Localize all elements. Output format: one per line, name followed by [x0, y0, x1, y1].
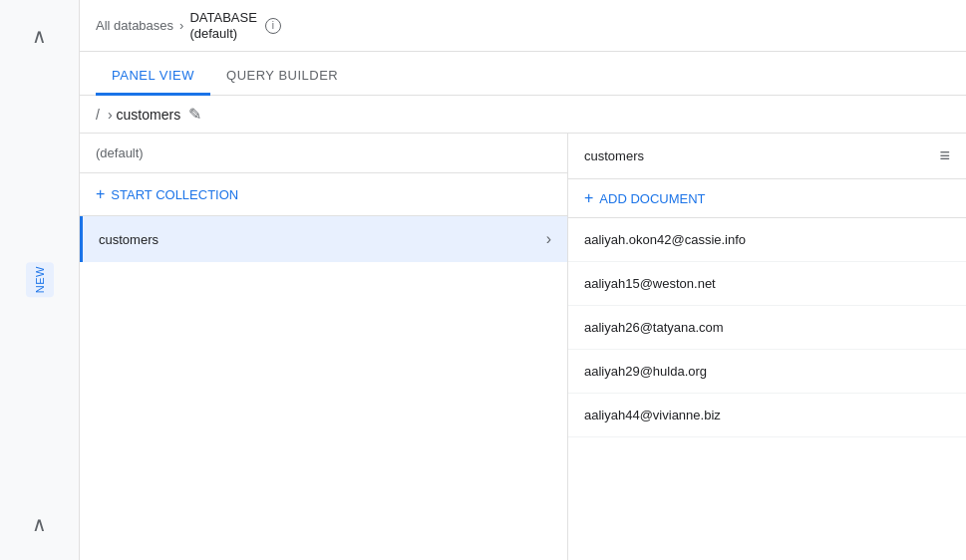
chevron-down-icon: ∧: [32, 512, 47, 536]
edit-icon[interactable]: ✎: [188, 105, 201, 124]
breadcrumb-all-databases[interactable]: All databases: [96, 18, 173, 33]
plus-icon: +: [96, 185, 105, 203]
breadcrumb-arrow: ›: [179, 18, 183, 33]
top-bar: All databases › DATABASE(default) i: [80, 0, 966, 52]
tabs-bar: PANEL VIEW QUERY BUILDER: [80, 52, 966, 96]
path-collection[interactable]: customers: [117, 107, 181, 123]
collection-item-customers[interactable]: customers ›: [80, 216, 567, 262]
tab-panel-view[interactable]: PANEL VIEW: [96, 58, 210, 96]
tab-query-builder[interactable]: QUERY BUILDER: [210, 58, 354, 96]
add-document-plus-icon: +: [584, 189, 593, 207]
list-item[interactable]: aaliyah26@tatyana.com: [568, 306, 966, 350]
left-panel: (default) + START COLLECTION customers ›: [80, 134, 568, 560]
breadcrumb-database: DATABASE(default) i: [189, 10, 280, 41]
add-document-label: ADD DOCUMENT: [599, 191, 705, 206]
start-collection-label: START COLLECTION: [111, 187, 238, 202]
collection-chevron-right-icon: ›: [546, 230, 551, 248]
start-collection-button[interactable]: + START COLLECTION: [80, 173, 567, 216]
list-item[interactable]: aaliyah29@hulda.org: [568, 350, 966, 394]
sidebar: ∧ NEW ∧: [0, 0, 80, 560]
list-item[interactable]: aaliyah44@vivianne.biz: [568, 394, 966, 437]
filter-icon[interactable]: ≡: [939, 145, 950, 166]
info-icon[interactable]: i: [265, 18, 281, 34]
right-panel-title: customers: [584, 148, 644, 163]
path-bar: / › customers ✎: [80, 96, 966, 134]
database-label: DATABASE(default): [189, 10, 256, 41]
path-slash: /: [96, 107, 100, 123]
path-chevron: ›: [108, 107, 113, 123]
panel-header: (default): [80, 134, 567, 173]
add-document-button[interactable]: + ADD DOCUMENT: [568, 179, 966, 218]
list-item[interactable]: aaliyah.okon42@cassie.info: [568, 218, 966, 262]
collapse-top-button[interactable]: ∧: [20, 16, 60, 56]
list-item[interactable]: aaliyah15@weston.net: [568, 262, 966, 306]
main-content: (default) + START COLLECTION customers ›…: [80, 134, 966, 560]
right-panel: customers ≡ + ADD DOCUMENT aaliyah.okon4…: [568, 134, 966, 560]
right-panel-header: customers ≡: [568, 134, 966, 179]
collapse-bottom-button[interactable]: ∧: [20, 504, 60, 544]
document-list: aaliyah.okon42@cassie.infoaaliyah15@west…: [568, 218, 966, 560]
chevron-up-icon: ∧: [32, 24, 47, 48]
sidebar-new-label: NEW: [26, 262, 54, 297]
collection-name: customers: [99, 232, 159, 247]
